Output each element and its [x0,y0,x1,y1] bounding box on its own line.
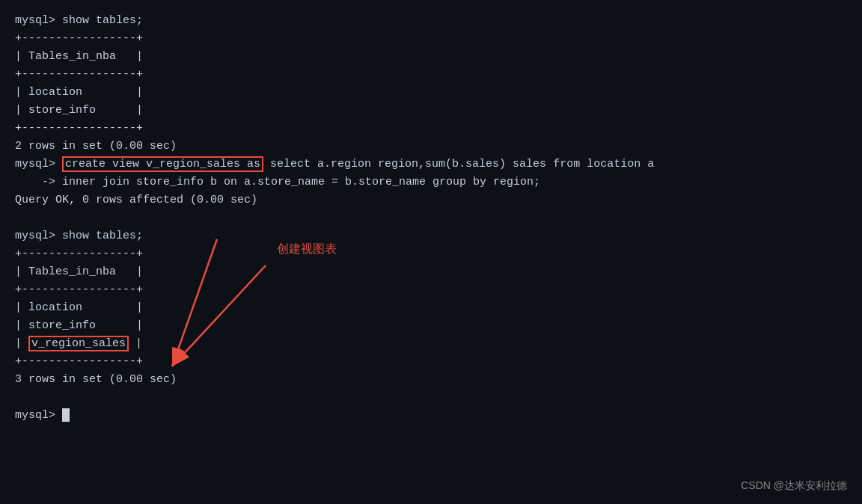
line-3: | Tables_in_nba | [15,48,847,66]
line-8: 2 rows in set (0.00 sec) [15,138,847,156]
line-9: mysql> create view v_region_sales as sel… [15,156,847,173]
line-11: Query OK, 0 rows affected (0.00 sec) [15,191,847,209]
watermark: CSDN @达米安利拉德 [741,477,847,494]
line-15: | Tables_in_nba | [15,263,847,281]
line-14: +-----------------+ [15,245,847,263]
line-19: | v_region_sales | [15,335,847,353]
line-20: +-----------------+ [15,353,847,371]
line-6: | store_info | [15,102,847,120]
line-10: -> inner join store_info b on a.store_na… [15,173,847,191]
line-1: mysql> show tables; [15,12,847,30]
v-region-sales-highlight: v_region_sales [28,336,129,351]
line-4: +-----------------+ [15,66,847,84]
pipe-close: | [129,337,142,350]
line-16: +-----------------+ [15,281,847,299]
create-view-cmd: create view v_region_sales as [62,156,263,172]
rest-cmd-9: select a.region region,sum(b.sales) sale… [263,158,654,170]
line-18: | store_info | [15,317,847,335]
terminal: mysql> show tables; +-----------------+ … [0,0,862,504]
line-22 [15,389,847,407]
line-7: +-----------------+ [15,120,847,138]
line-13: mysql> show tables; [15,227,847,245]
line-17: | location | [15,299,847,317]
line-2: +-----------------+ [15,30,847,48]
terminal-cursor [62,408,70,422]
line-21: 3 rows in set (0.00 sec) [15,371,847,389]
prompt-9: mysql> [15,158,62,170]
pipe-open: | [15,337,28,350]
line-5: | location | [15,84,847,102]
line-23: mysql> [15,407,847,425]
annotation-label: 创建视图表 [277,239,337,259]
line-12 [15,209,847,227]
